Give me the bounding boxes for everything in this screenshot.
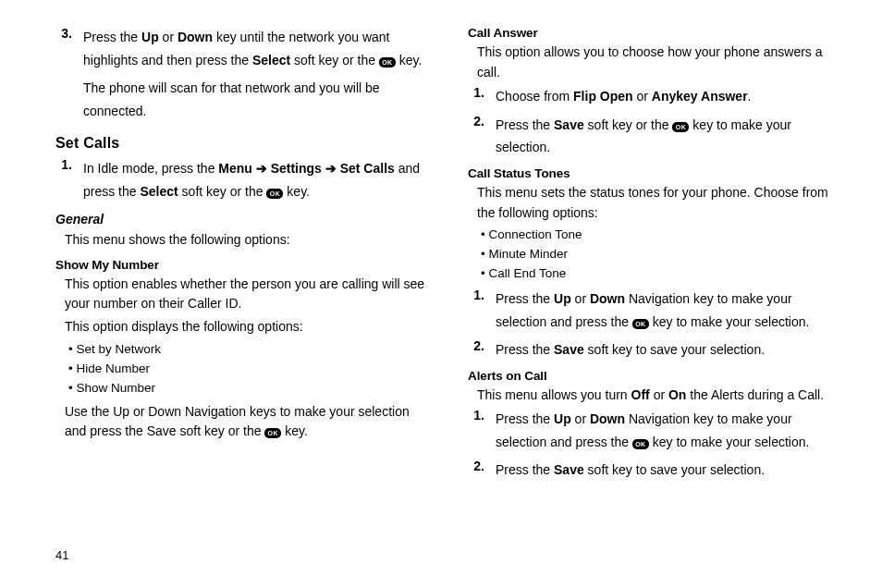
smn-desc-3: Use the Up or Down Navigation keys to ma… <box>65 402 433 442</box>
heading-call-answer: Call Answer <box>468 26 845 40</box>
cst-intro: This menu sets the status tones for your… <box>477 183 845 223</box>
bullet-item: Hide Number <box>68 360 433 379</box>
step-text: Press the Save soft key or the OK key to… <box>496 114 845 159</box>
step-number: 2. <box>468 459 496 482</box>
step-number: 2. <box>468 338 496 361</box>
ca-step-2: 2. Press the Save soft key or the OK key… <box>468 114 845 159</box>
step-text: In Idle mode, press the Menu ➔ Settings … <box>83 157 433 202</box>
step-number: 1. <box>468 288 496 333</box>
smn-desc-2: This option displays the following optio… <box>65 317 433 337</box>
cst-step-2: 2. Press the Save soft key to save your … <box>468 338 845 361</box>
bullet-item: Set by Network <box>68 340 433 360</box>
step-number: 1. <box>468 85 496 108</box>
ok-key-icon: OK <box>672 122 689 132</box>
ok-key-icon: OK <box>632 439 649 449</box>
heading-show-my-number: Show My Number <box>55 258 433 272</box>
ca-step-1: 1. Choose from Flip Open or Anykey Answe… <box>468 85 845 108</box>
bullet-item: Minute Minder <box>481 245 845 264</box>
step-3-follow: The phone will scan for that network and… <box>83 77 433 122</box>
alerts-intro: This menu allows you turn Off or On the … <box>477 386 845 406</box>
cst-bullets: Connection Tone Minute Minder Call End T… <box>481 226 845 284</box>
heading-call-status-tones: Call Status Tones <box>468 166 845 180</box>
ca-intro: This option allows you to choose how you… <box>477 43 845 82</box>
ok-key-icon: OK <box>266 189 283 199</box>
smn-desc-1: This option enables whether the person y… <box>65 275 433 314</box>
step-number: 3. <box>55 26 83 71</box>
page-number: 41 <box>55 548 68 562</box>
set-calls-step-1: 1. In Idle mode, press the Menu ➔ Settin… <box>55 157 433 202</box>
heading-alerts-on-call: Alerts on Call <box>468 369 845 383</box>
cst-step-1: 1. Press the Up or Down Navigation key t… <box>468 288 845 333</box>
al-step-2: 2. Press the Save soft key to save your … <box>468 459 845 482</box>
step-text: Press the Save soft key to save your sel… <box>496 459 845 482</box>
smn-bullets: Set by Network Hide Number Show Number <box>68 340 433 398</box>
step-text: Press the Up or Down Navigation key to m… <box>496 408 845 453</box>
page-content: 3. Press the Up or Down key until the ne… <box>0 0 882 506</box>
step-3: 3. Press the Up or Down key until the ne… <box>55 26 433 71</box>
ok-key-icon: OK <box>379 57 396 67</box>
bullet-item: Connection Tone <box>481 226 845 245</box>
step-number: 1. <box>468 408 496 453</box>
ok-key-icon: OK <box>264 428 281 438</box>
right-column: Call Answer This option allows you to ch… <box>468 26 845 487</box>
heading-set-calls: Set Calls <box>55 135 433 152</box>
ok-key-icon: OK <box>632 319 649 329</box>
general-intro: This menu shows the following options: <box>65 230 433 251</box>
heading-general: General <box>55 212 433 227</box>
step-number: 2. <box>468 114 496 159</box>
bullet-item: Call End Tone <box>481 264 845 284</box>
step-text: Press the Up or Down key until the netwo… <box>83 26 433 71</box>
al-step-1: 1. Press the Up or Down Navigation key t… <box>468 408 845 453</box>
step-text: Press the Save soft key to save your sel… <box>496 338 845 361</box>
step-text: Choose from Flip Open or Anykey Answer. <box>496 85 845 108</box>
step-text: Press the Up or Down Navigation key to m… <box>496 288 845 333</box>
bullet-item: Show Number <box>68 379 433 398</box>
step-number: 1. <box>55 157 83 202</box>
left-column: 3. Press the Up or Down key until the ne… <box>55 26 433 487</box>
